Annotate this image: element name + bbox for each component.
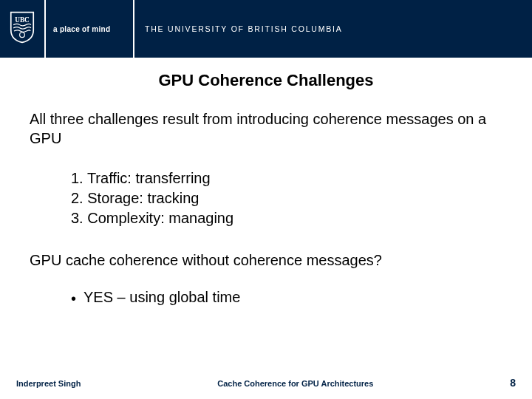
tagline-text: a place of mind bbox=[53, 25, 110, 33]
footer-subject: Cache Coherence for GPU Architectures bbox=[81, 379, 510, 388]
slide-title: GPU Coherence Challenges bbox=[30, 71, 502, 90]
footer-page-number: 8 bbox=[510, 377, 516, 389]
list-item: 3. Complexity: managing bbox=[71, 208, 502, 228]
footer-author: Inderpreet Singh bbox=[16, 379, 81, 388]
answer-block: • YES – using global time bbox=[71, 289, 502, 308]
slide: UBC a place of mind THE UNIVERSITY OF BR… bbox=[0, 0, 532, 399]
tagline-cell: a place of mind bbox=[46, 0, 134, 58]
slide-body: GPU Coherence Challenges All three chall… bbox=[0, 58, 532, 399]
bullet-icon: • bbox=[71, 289, 76, 308]
ubc-crest-icon: UBC bbox=[10, 11, 35, 47]
svg-text:UBC: UBC bbox=[15, 16, 30, 24]
answer-bullet-row: • YES – using global time bbox=[71, 289, 502, 308]
footer: Inderpreet Singh Cache Coherence for GPU… bbox=[0, 377, 532, 389]
list-item: 2. Storage: tracking bbox=[71, 188, 502, 208]
answer-text: YES – using global time bbox=[83, 289, 240, 306]
ubc-crest-cell: UBC bbox=[0, 0, 46, 58]
university-name-cell: THE UNIVERSITY OF BRITISH COLUMBIA bbox=[134, 0, 532, 58]
numbered-list: 1. Traffic: transferring 2. Storage: tra… bbox=[71, 168, 502, 228]
header-bar: UBC a place of mind THE UNIVERSITY OF BR… bbox=[0, 0, 532, 58]
intro-text: All three challenges result from introdu… bbox=[30, 109, 502, 148]
university-name: THE UNIVERSITY OF BRITISH COLUMBIA bbox=[145, 24, 343, 33]
question-text: GPU cache coherence without coherence me… bbox=[30, 250, 502, 270]
svg-point-1 bbox=[20, 33, 25, 38]
list-item: 1. Traffic: transferring bbox=[71, 168, 502, 188]
